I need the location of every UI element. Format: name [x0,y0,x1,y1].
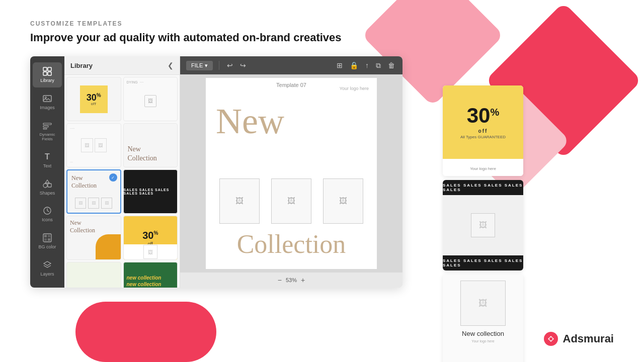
app-window: Library Images [30,56,403,288]
share-icon[interactable]: ↑ [364,60,370,71]
svg-rect-0 [43,67,47,71]
layers-icon [42,260,52,270]
preview-nc-title: New collection [462,330,504,337]
svg-rect-8 [43,128,47,129]
delete-icon[interactable]: 🗑 [386,60,396,71]
template-thumb-6[interactable]: SALES SALES SALES SALES SALES [123,169,178,214]
library-title: Library [70,62,93,69]
sidebar-item-dynamic-fields[interactable]: Dynamic Fields [33,117,62,146]
adsmurai-brand-name: Adsmurai [563,332,614,345]
section-title: Improve your ad quality with automated o… [30,31,614,44]
selected-badge: ✓ [109,173,117,182]
template-thumb-5[interactable]: ✓ NewCollection 🖼 🖼 🖼 [66,169,121,214]
resize-icon [42,287,52,288]
sidebar-item-library[interactable]: Library [33,62,62,87]
preview-nc-logo: Your logo here [471,339,494,343]
svg-point-5 [45,97,47,98]
img-placeholder-icon-1: 🖼 [235,197,244,206]
toolbar-separator [219,61,219,70]
thumb-yellow-box: 30% off [80,85,108,113]
zoom-value: 53% [286,277,297,283]
svg-rect-10 [48,184,51,187]
template-thumb-7[interactable]: NewCollection [66,216,121,260]
undo-icon[interactable]: ↩ [225,60,234,71]
editor-toolbar: FILE ▾ ↩ ↪ ⊞ 🔒 ↑ ⧉ 🗑 [180,56,403,74]
shapes-icon [42,179,52,189]
editor-canvas: Template 07 Your logo here New 🖼 🖼 🖼 [206,78,377,269]
editor-area: FILE ▾ ↩ ↪ ⊞ 🔒 ↑ ⧉ 🗑 Template 07 [180,56,403,288]
template-thumb-3[interactable]: ····· 🖼 🖼 ··· [66,123,121,167]
template-thumb-10[interactable]: new collection new collection new collec… [123,262,178,288]
redo-icon[interactable]: ↪ [238,60,248,71]
duplicate-icon[interactable]: ⧉ [374,60,382,71]
dynamic-fields-icon [42,121,52,131]
canvas-logo: Your logo here [340,86,369,91]
sidebar-dynamic-label: Dynamic Fields [35,132,60,142]
zoom-out-button[interactable]: − [278,276,282,284]
sidebar-text-label: Text [43,163,52,169]
library-panel: Library ❮ 30% off DYING ···· [64,56,180,288]
layers-toolbar-icon[interactable]: ⊞ [335,60,344,71]
zoom-in-button[interactable]: + [301,276,305,284]
lock-icon[interactable]: 🔒 [348,60,360,71]
canvas-img-1: 🖼 [219,178,260,224]
sidebar-item-shapes[interactable]: Shapes [33,175,62,200]
sidebar-item-icons[interactable]: Icons [33,202,62,227]
template-thumb-2[interactable]: DYING ···· 🖼 [123,77,178,121]
canvas-collection-text: Collection [216,229,367,259]
sidebar-layers-label: Layers [40,272,54,277]
svg-rect-16 [44,238,47,241]
main-content: CUSTOMIZE TEMPLATES Improve your ad qual… [0,0,644,298]
canvas-img-2: 🖼 [271,178,311,224]
svg-rect-3 [48,72,51,75]
sidebar-item-bg-color[interactable]: BG color [33,229,62,254]
img-placeholder-icon-2: 🖼 [287,197,295,206]
svg-marker-11 [45,180,49,183]
placeholder-img-2: 🖼 [127,84,175,118]
library-grid: 30% off DYING ···· 🖼 [64,75,180,288]
svg-rect-7 [43,126,48,127]
sidebar-item-resize[interactable]: Resize [33,283,62,288]
img-placeholder-icon-3: 🖼 [339,197,347,206]
sidebar-item-layers[interactable]: Layers [33,256,62,281]
template-thumb-9[interactable]: Tropicalhotel [66,262,121,288]
template-thumb-1[interactable]: 30% off [66,77,121,121]
template-thumb-8[interactable]: 30% off 🖼 [123,216,178,260]
sidebar-images-label: Images [40,105,55,111]
svg-rect-1 [48,67,51,71]
sidebar-icons-label: Icons [42,217,53,223]
decorative-shape-pink-bottom [75,302,216,362]
svg-rect-2 [43,72,47,75]
text-icon: T [42,152,52,162]
library-icon [42,66,52,76]
svg-point-9 [43,184,47,188]
bg-color-icon [42,233,52,243]
svg-rect-6 [43,123,51,125]
editor-status-bar: − 53% + [180,273,403,288]
sidebar-bg-color-label: BG color [38,244,56,250]
editor-canvas-area: Template 07 Your logo here New 🖼 🖼 🖼 [180,74,403,273]
template-thumb-4[interactable]: NewCollection [123,123,178,167]
svg-rect-14 [44,235,47,237]
section-label: CUSTOMIZE TEMPLATES [30,20,614,27]
svg-rect-17 [48,238,50,241]
svg-rect-15 [48,235,50,237]
sidebar-library-label: Library [40,78,54,83]
svg-point-24 [549,337,552,340]
images-icon [42,94,52,104]
sidebar-shapes-label: Shapes [40,191,55,196]
canvas-new-text: New [216,103,284,139]
canvas-img-3: 🖼 [323,178,363,224]
canvas-img-row: 🖼 🖼 🖼 [206,178,377,224]
canvas-template-name: Template 07 [276,82,306,88]
sidebar: Library Images [30,56,64,288]
library-header: Library ❮ [64,56,180,75]
adsmurai-logo-icon [543,331,559,347]
sidebar-item-images[interactable]: Images [33,89,62,115]
adsmurai-logo: Adsmurai [543,331,614,347]
toolbar-right-icons: ⊞ 🔒 ↑ ⧉ 🗑 [335,60,396,71]
library-collapse-icon[interactable]: ❮ [168,61,174,69]
sidebar-item-text[interactable]: T Text [33,148,62,173]
file-button[interactable]: FILE ▾ [186,61,213,70]
icons-icon [42,206,52,216]
